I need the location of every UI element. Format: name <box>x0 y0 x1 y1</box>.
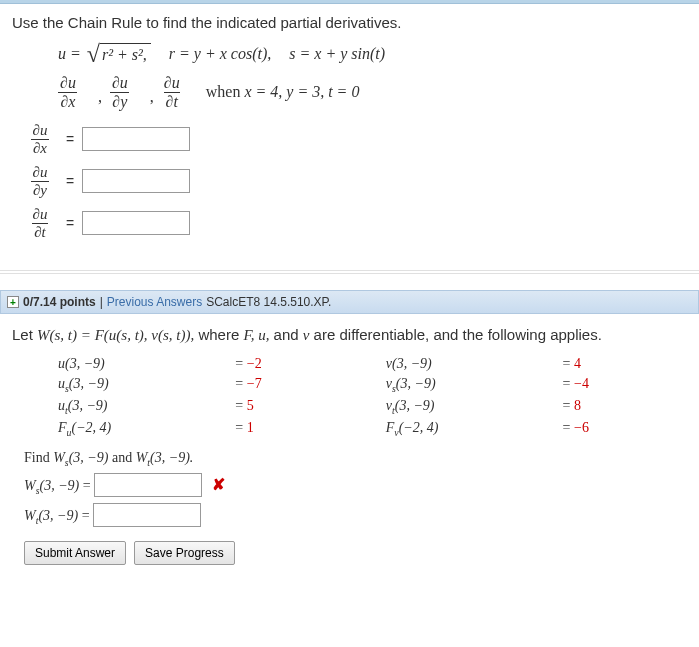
label-dut: ∂u ∂t <box>22 206 58 240</box>
input-ws[interactable] <box>94 473 202 497</box>
incorrect-icon: ✘ <box>212 476 225 493</box>
q1-def-line2: ∂u ∂x , ∂u ∂y , ∂u ∂t when x = 4, y = 3,… <box>58 74 687 110</box>
expand-icon[interactable]: + <box>7 296 19 308</box>
wt-row: Wt(3, −9) = <box>24 503 687 527</box>
submit-button[interactable]: Submit Answer <box>24 541 126 565</box>
sqrt-expr: √ r² + s², <box>87 43 151 64</box>
points-label: 0/7.14 points <box>23 295 96 309</box>
button-row: Submit Answer Save Progress <box>24 541 687 565</box>
when-text: when <box>206 83 245 100</box>
question-separator <box>0 270 699 274</box>
previous-answers-link[interactable]: Previous Answers <box>107 295 202 309</box>
find-prompt: Find Ws(3, −9) and Wt(3, −9). <box>24 450 687 468</box>
q1-def-line1: u = √ r² + s², r = y + x cos(t), s = x +… <box>58 43 687 64</box>
input-dut[interactable] <box>82 211 190 235</box>
q2-find: Find Ws(3, −9) and Wt(3, −9). Ws(3, −9) … <box>24 450 687 528</box>
partial-ux: ∂u ∂x <box>58 74 78 110</box>
u-eq: u = <box>58 45 81 63</box>
vs39: vs(3, −9) <box>386 376 537 394</box>
book-ref: SCalcET8 14.5.510.XP. <box>206 295 331 309</box>
input-wt[interactable] <box>93 503 201 527</box>
answer-row-ut: ∂u ∂t = <box>22 206 687 240</box>
partial-uy: ∂u ∂y <box>110 74 130 110</box>
q1-definitions: u = √ r² + s², r = y + x cos(t), s = x +… <box>58 43 687 110</box>
input-dux[interactable] <box>82 127 190 151</box>
q2-given-values: u(3, −9) = −2 v(3, −9) = 4 us(3, −9) = −… <box>58 356 687 437</box>
fv24: Fv(−2, 4) <box>386 420 537 438</box>
u39: u(3, −9) <box>58 356 209 372</box>
label-duy: ∂u ∂y <box>22 164 58 198</box>
answer-row-uy: ∂u ∂y = <box>22 164 687 198</box>
answer-row-ux: ∂u ∂x = <box>22 122 687 156</box>
label-dux: ∂u ∂x <box>22 122 58 156</box>
question-2: Let W(s, t) = F(u(s, t), v(s, t)), where… <box>0 314 699 583</box>
vt39: vt(3, −9) <box>386 398 537 416</box>
question-1: Use the Chain Rule to find the indicated… <box>0 4 699 266</box>
question-2-header: + 0/7.14 points | Previous Answers SCalc… <box>0 290 699 314</box>
s-eq: s = x + y sin(t) <box>289 45 385 63</box>
save-button[interactable]: Save Progress <box>134 541 235 565</box>
ws-row: Ws(3, −9) = ✘ <box>24 473 687 497</box>
r-eq: r = y + x cos(t), <box>169 45 271 63</box>
ut39: ut(3, −9) <box>58 398 209 416</box>
when-values: x = 4, y = 3, t = 0 <box>244 83 359 100</box>
input-duy[interactable] <box>82 169 190 193</box>
q1-answers: ∂u ∂x = ∂u ∂y = ∂u ∂t = <box>22 122 687 240</box>
q2-instruction: Let W(s, t) = F(u(s, t), v(s, t)), where… <box>12 326 687 344</box>
us39: us(3, −9) <box>58 376 209 394</box>
q1-instruction: Use the Chain Rule to find the indicated… <box>12 14 687 31</box>
v39: v(3, −9) <box>386 356 537 372</box>
partial-ut: ∂u ∂t <box>162 74 182 110</box>
fu24: Fu(−2, 4) <box>58 420 209 438</box>
